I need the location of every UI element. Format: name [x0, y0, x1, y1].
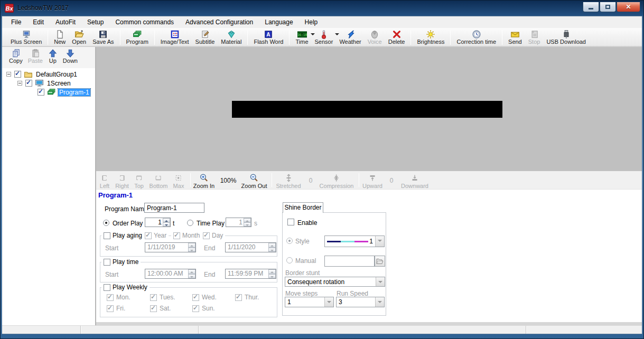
- window-title: LedshowTW 2017: [17, 4, 69, 12]
- screen-tree-panel: CopyPasteUpDown DefaultGroup11ScreenProg…: [2, 47, 96, 325]
- order-play-spinner[interactable]: 1: [145, 218, 171, 227]
- menu-setup[interactable]: Setup: [81, 17, 109, 27]
- toolbar-label: Plus Screen: [11, 39, 42, 45]
- shine-border-tab[interactable]: Shine Border: [283, 202, 323, 213]
- tree-item-label[interactable]: Program-1: [58, 89, 90, 96]
- toolbar-plus-screen-button[interactable]: Plus Screen: [7, 29, 45, 45]
- edit-copy-button[interactable]: Copy: [6, 48, 25, 64]
- toolbar-label: Paste: [28, 58, 43, 64]
- toolbar-separator: [410, 30, 411, 45]
- toolbar-correction-time-button[interactable]: Correction time: [453, 29, 499, 45]
- tree-checkbox[interactable]: [14, 71, 21, 78]
- toolbar-delete-button[interactable]: Delete: [385, 29, 408, 45]
- toolbar-separator: [272, 173, 272, 187]
- view-upward-button: Upward: [362, 173, 382, 189]
- minimize-button[interactable]: [583, 2, 599, 12]
- align-bottom-icon: [154, 173, 163, 183]
- status-segment: [199, 326, 526, 334]
- maximize-button[interactable]: [600, 2, 616, 12]
- toolbar-label: Open: [72, 39, 86, 45]
- menu-common-commands[interactable]: Common commands: [109, 17, 180, 27]
- led-preview-area[interactable]: [96, 47, 642, 171]
- downward-icon: [410, 173, 419, 183]
- toolbar-flash-word-button[interactable]: AFlash Word: [250, 29, 286, 45]
- menu-bar: FileEditAutoFitSetupCommon commandsAdvan…: [2, 16, 642, 28]
- time-play-unit: s: [254, 220, 257, 227]
- align-max-icon: [174, 173, 183, 183]
- toolbar-label: Brightness: [417, 39, 444, 45]
- toolbar-program-button[interactable]: Program: [123, 29, 152, 45]
- aging-year-label: Year: [154, 232, 166, 239]
- toolbar-time-button[interactable]: 16:18Time: [292, 29, 311, 45]
- aging-month-checkbox: [173, 232, 180, 239]
- shine-style-label: Style: [295, 238, 310, 245]
- toolbar-label: Weather: [339, 39, 361, 45]
- edit-down-button[interactable]: Down: [60, 48, 80, 64]
- collapse-icon[interactable]: [6, 72, 11, 77]
- program-name-input[interactable]: [144, 203, 204, 213]
- menu-file[interactable]: File: [5, 17, 27, 27]
- toolbar-separator: [450, 30, 451, 45]
- toolbar-sensor-button[interactable]: Sensor: [312, 29, 337, 45]
- time-play-value: 1: [226, 218, 244, 227]
- play-weekly-checkbox[interactable]: [104, 284, 110, 291]
- correction-time-icon: [472, 29, 481, 39]
- close-button[interactable]: ✕: [617, 2, 640, 12]
- toolbar-new-button[interactable]: New: [51, 29, 69, 45]
- toolbar-weather-button[interactable]: Weather: [336, 29, 364, 45]
- tree-item-label[interactable]: 1Screen: [46, 80, 72, 87]
- tree-checkbox[interactable]: [25, 80, 32, 87]
- play-time-checkbox[interactable]: [104, 259, 110, 266]
- toolbar-label: Upward: [362, 183, 382, 189]
- time-play-radio[interactable]: [187, 220, 193, 226]
- align-left-icon: [100, 173, 109, 183]
- wed-checkbox: [192, 294, 199, 301]
- sun-label: Sun.: [202, 305, 215, 312]
- menu-language[interactable]: Language: [259, 17, 298, 27]
- spin-down-icon[interactable]: [163, 222, 170, 227]
- view-top-button: Top: [134, 173, 144, 189]
- order-play-radio[interactable]: [103, 220, 109, 226]
- menu-autofit[interactable]: AutoFit: [50, 17, 81, 27]
- menu-help[interactable]: Help: [299, 17, 324, 27]
- time-icon: 16:18: [296, 29, 308, 39]
- order-play-label: Order Play: [113, 220, 143, 227]
- toolbar-brightness-button[interactable]: Brightness: [414, 29, 447, 45]
- tree-item-program-1[interactable]: Program-1: [2, 88, 95, 97]
- move-steps-label: Move steps: [285, 290, 318, 297]
- view-zoom-in-button[interactable]: Zoom In: [193, 173, 214, 189]
- toolbar-send-button[interactable]: Send: [505, 29, 525, 45]
- view-zoom-out-button[interactable]: Zoom Out: [241, 173, 267, 189]
- toolbar-usb-download-button[interactable]: USB Download: [543, 29, 589, 45]
- menu-advanced-configuration[interactable]: Advanced Configuration: [180, 17, 259, 27]
- shine-manual-radio: [286, 257, 293, 263]
- shine-enable-checkbox[interactable]: [287, 219, 294, 225]
- zoom-in-icon: [199, 173, 209, 183]
- aging-end-value: 1/11/2020: [226, 243, 268, 252]
- menu-edit[interactable]: Edit: [27, 17, 50, 27]
- tree-item-defaultgroup1[interactable]: DefaultGroup1: [2, 70, 95, 79]
- edit-up-button[interactable]: Up: [45, 48, 60, 64]
- toolbar-material-button[interactable]: Material: [218, 29, 245, 45]
- tree-item-label[interactable]: DefaultGroup1: [35, 71, 78, 78]
- toolbar-save-as-button[interactable]: Save As: [89, 29, 117, 45]
- style-color-swatch: [354, 241, 368, 242]
- titlebar[interactable]: Bx LedshowTW 2017 ✕: [0, 0, 644, 16]
- toolbar-subtitle-button[interactable]: Subtitle: [192, 29, 218, 45]
- play-aging-label: Play aging: [113, 232, 142, 239]
- zoom-level: 100%: [220, 177, 237, 184]
- open-icon: [74, 29, 84, 39]
- led-display-region[interactable]: [232, 101, 502, 118]
- move-steps-value: 1: [285, 297, 324, 307]
- app-frame: FileEditAutoFitSetupCommon commandsAdvan…: [2, 16, 642, 334]
- spin-up-icon[interactable]: [163, 218, 170, 222]
- play-aging-checkbox[interactable]: [104, 232, 110, 239]
- aging-start-date: 1/11/2019: [145, 242, 196, 252]
- toolbar-separator: [502, 30, 502, 45]
- tree-checkbox[interactable]: [38, 89, 44, 96]
- status-segment: [81, 326, 199, 334]
- tree-item-1screen[interactable]: 1Screen: [2, 79, 95, 88]
- toolbar-open-button[interactable]: Open: [69, 29, 89, 45]
- collapse-icon[interactable]: [17, 81, 22, 86]
- toolbar-image-text-button[interactable]: Image/Text: [157, 29, 192, 45]
